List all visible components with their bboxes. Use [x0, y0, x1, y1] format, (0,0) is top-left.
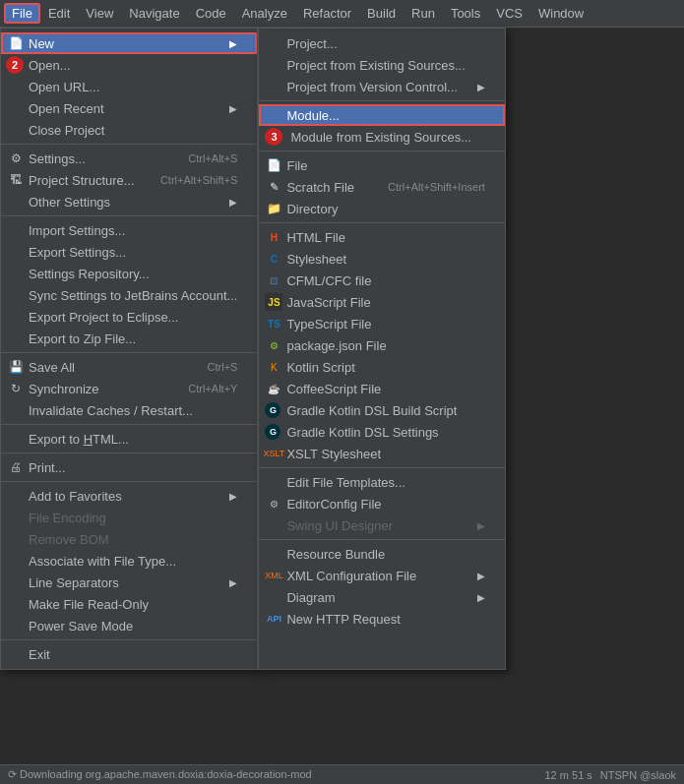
statusbar-right: 12 m 51 s	[545, 769, 592, 781]
menu-item-settings[interactable]: ⚙ Settings... Ctrl+Alt+S	[1, 148, 257, 169]
statusbar-text: ⟳ Downloading org.apache.maven.doxia:dox…	[8, 768, 312, 781]
save-all-label: Save All	[29, 360, 75, 375]
menu-item-file-encoding: File Encoding	[1, 507, 257, 528]
synchronize-label: Synchronize	[29, 382, 99, 396]
new-project-label: Project...	[286, 36, 337, 51]
menu-item-import-settings[interactable]: Import Settings...	[1, 219, 257, 241]
menu-item-open-recent[interactable]: Open Recent ▶	[1, 97, 257, 119]
new-package-json[interactable]: ⚙ package.json File	[259, 334, 504, 356]
menu-item-invalidate-caches[interactable]: Invalidate Caches / Restart...	[1, 399, 257, 421]
new-ts-file-label: TypeScript File	[286, 317, 371, 332]
statusbar: ⟳ Downloading org.apache.maven.doxia:dox…	[0, 764, 684, 784]
remove-bom-label: Remove BOM	[29, 532, 109, 547]
new-diagram[interactable]: Diagram ▶	[259, 586, 504, 608]
menu-item-make-read-only[interactable]: Make File Read-Only	[1, 593, 257, 615]
menu-navigate[interactable]: Navigate	[121, 3, 187, 24]
new-editorconfig[interactable]: ⚙ EditorConfig File	[259, 493, 504, 514]
menu-item-export-eclipse[interactable]: Export Project to Eclipse...	[1, 306, 257, 328]
menu-item-settings-repo[interactable]: Settings Repository...	[1, 263, 257, 284]
sep6	[1, 481, 257, 482]
menu-refactor[interactable]: Refactor	[295, 3, 359, 24]
menu-window[interactable]: Window	[530, 3, 591, 24]
menubar: File Edit View Navigate Code Analyze Ref…	[0, 0, 684, 28]
menu-item-new[interactable]: 📄 New ▶	[1, 32, 257, 54]
new-project[interactable]: Project...	[259, 32, 504, 54]
statusbar-user: NTSPN @slaok	[600, 769, 676, 781]
menu-file[interactable]: File	[4, 3, 40, 24]
new-http-request[interactable]: API New HTTP Request	[259, 608, 504, 630]
menu-run[interactable]: Run	[404, 3, 443, 24]
dir-icon: 📁	[265, 200, 282, 217]
new-kotlin-script-label: Kotlin Script	[286, 360, 354, 375]
menu-view[interactable]: View	[78, 3, 121, 24]
menu-item-open[interactable]: 📂 Open... 2	[1, 54, 257, 76]
new-xml-config[interactable]: XML XML Configuration File ▶	[259, 565, 504, 586]
menu-item-save-all[interactable]: 💾 Save All Ctrl+S	[1, 356, 257, 378]
menu-code[interactable]: Code	[188, 3, 234, 24]
menu-edit[interactable]: Edit	[40, 3, 78, 24]
menu-item-print[interactable]: 🖨 Print...	[1, 456, 257, 478]
menu-tools[interactable]: Tools	[443, 3, 488, 24]
new-editorconfig-label: EditorConfig File	[286, 497, 381, 512]
new-directory[interactable]: 📁 Directory	[259, 198, 504, 219]
new-xslt-label: XSLT Stylesheet	[286, 447, 381, 461]
menu-item-close-project[interactable]: Close Project	[1, 119, 257, 141]
menu-item-export-html[interactable]: Export to HTML...	[1, 428, 257, 450]
new-module-label: Module...	[286, 108, 339, 123]
file-menu: 📄 New ▶ 📂 Open... 2 Open URL... Open Rec…	[0, 28, 258, 670]
new-cfml[interactable]: ⊡ CFML/CFC file	[259, 270, 504, 291]
new-resource-bundle[interactable]: Resource Bundle	[259, 543, 504, 565]
menu-item-assoc-file-type[interactable]: Associate with File Type...	[1, 550, 257, 572]
menu-item-line-separators[interactable]: Line Separators ▶	[1, 572, 257, 593]
new-submenu: Project... Project from Existing Sources…	[258, 28, 505, 670]
save-icon: 💾	[7, 358, 25, 376]
new-project-vcs[interactable]: Project from Version Control... ▶	[259, 76, 504, 97]
new-gradle-build[interactable]: G Gradle Kotlin DSL Build Script	[259, 399, 504, 421]
menu-item-open-url[interactable]: Open URL...	[1, 76, 257, 97]
sep1	[1, 144, 257, 145]
new-coffee-script[interactable]: ☕ CoffeeScript File	[259, 378, 504, 399]
menu-item-other-settings[interactable]: Other Settings ▶	[1, 191, 257, 212]
new-xslt[interactable]: XSLT XSLT Stylesheet	[259, 443, 504, 464]
menu-item-export-settings[interactable]: Export Settings...	[1, 241, 257, 263]
other-settings-label: Other Settings	[29, 195, 110, 210]
new-html-file[interactable]: H HTML File	[259, 226, 504, 248]
new-edit-templates[interactable]: Edit File Templates...	[259, 471, 504, 493]
new-file[interactable]: 📄 File	[259, 154, 504, 176]
menu-item-export-zip[interactable]: Export to Zip File...	[1, 328, 257, 349]
new-project-existing-label: Project from Existing Sources...	[286, 58, 465, 73]
menu-item-exit[interactable]: Exit	[1, 643, 257, 665]
menu-item-synchronize[interactable]: ↻ Synchronize Ctrl+Alt+Y	[1, 378, 257, 399]
new-module[interactable]: Module...	[259, 104, 504, 126]
menu-analyze[interactable]: Analyze	[234, 3, 295, 24]
new-js-file[interactable]: JS JavaScript File	[259, 291, 504, 313]
save-all-shortcut: Ctrl+S	[188, 361, 238, 373]
editorconfig-icon: ⚙	[265, 495, 282, 513]
js-icon: JS	[265, 293, 282, 311]
new-diagram-label: Diagram	[286, 590, 335, 605]
new-kotlin-script[interactable]: K Kotlin Script	[259, 356, 504, 378]
new-scratch-file-label: Scratch File	[286, 180, 354, 195]
new-ts-file[interactable]: TS TypeScript File	[259, 313, 504, 334]
menu-item-power-save[interactable]: Power Save Mode	[1, 615, 257, 636]
print-label: Print...	[29, 460, 66, 475]
menu-item-add-to-favorites[interactable]: Add to Favorites ▶	[1, 485, 257, 507]
menu-vcs[interactable]: VCS	[488, 3, 530, 24]
new-stylesheet[interactable]: C Stylesheet	[259, 248, 504, 270]
html-icon: H	[265, 228, 282, 246]
api-icon: API	[265, 610, 282, 628]
new-stylesheet-label: Stylesheet	[286, 252, 346, 267]
xml-icon: XML	[265, 567, 282, 584]
new-edit-templates-label: Edit File Templates...	[286, 475, 404, 490]
line-separators-label: Line Separators	[29, 575, 119, 590]
new-gradle-settings[interactable]: G Gradle Kotlin DSL Settings	[259, 421, 504, 443]
menu-build[interactable]: Build	[359, 3, 404, 24]
new-project-existing[interactable]: Project from Existing Sources...	[259, 54, 504, 76]
menu-item-project-structure[interactable]: 🏗 Project Structure... Ctrl+Alt+Shift+S	[1, 169, 257, 191]
new-scratch-file[interactable]: ✎ Scratch File Ctrl+Alt+Shift+Insert	[259, 176, 504, 198]
gear-icon: ⚙	[7, 150, 25, 167]
menu-item-sync-settings[interactable]: Sync Settings to JetBrains Account...	[1, 284, 257, 306]
new-module-existing[interactable]: 3 Module from Existing Sources...	[259, 126, 504, 148]
sync-settings-label: Sync Settings to JetBrains Account...	[29, 288, 237, 303]
sync-icon: ↻	[7, 380, 25, 397]
